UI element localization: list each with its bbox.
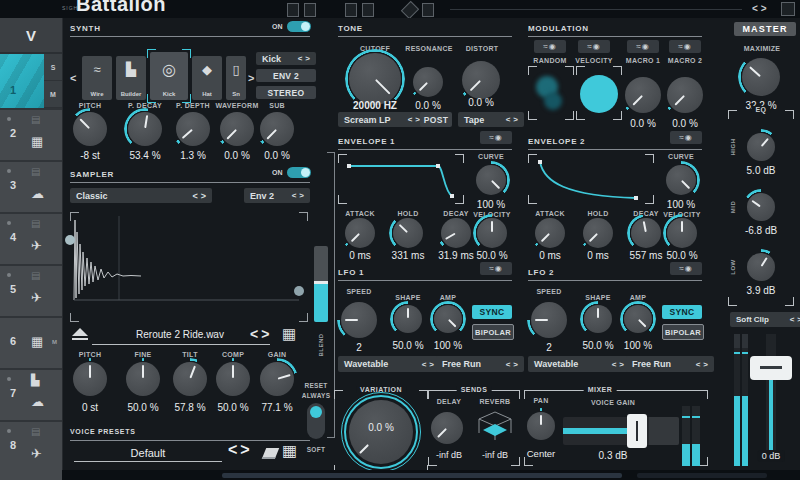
synth-pitch-knob[interactable] (73, 112, 107, 146)
synth-on-toggle[interactable]: ON (272, 21, 311, 32)
sampler-env-select[interactable]: Env 2 (244, 188, 310, 203)
sidebar-header[interactable]: V (0, 18, 62, 54)
env1-velocity-knob[interactable] (477, 218, 507, 248)
voice-slot-2[interactable]: 2 ▤ ▦ (0, 110, 62, 162)
voice-slot-6[interactable]: 6 ▦ M (0, 318, 62, 370)
post-button[interactable]: POST (420, 112, 452, 127)
env2-hold-knob[interactable] (583, 218, 613, 248)
toolbar-icon[interactable] (304, 3, 316, 17)
lfo1-bipolar-button[interactable]: BIPOLAR (472, 324, 514, 340)
engine-next-icon[interactable]: > (248, 72, 254, 84)
eq-low-knob[interactable] (747, 253, 775, 281)
preset-browser-icon[interactable]: ▦ (282, 441, 297, 460)
synth-preset-select[interactable]: Kick (256, 52, 316, 65)
mod-sources-button[interactable]: ≈◉ (480, 262, 512, 275)
lfo2-amp-knob[interactable] (624, 305, 652, 333)
env1-curve-knob[interactable] (476, 165, 506, 195)
solo-button[interactable]: S (44, 54, 62, 81)
env1-decay-knob[interactable] (441, 218, 471, 248)
engine-tile-wire[interactable]: ≈ Wire (82, 56, 112, 100)
mod-sources-button[interactable]: ≈◉ (534, 40, 566, 53)
toolbar-icon[interactable] (362, 3, 374, 17)
macro2-knob[interactable] (667, 77, 703, 113)
eq-high-knob[interactable] (747, 133, 775, 161)
voice-slot-5[interactable]: 5 ▤ ✈ (0, 266, 62, 318)
master-fader-track[interactable] (766, 334, 776, 458)
lfo2-run-select[interactable]: Free Run (626, 356, 714, 372)
lfo1-speed-knob[interactable] (341, 302, 377, 338)
toggle-pill[interactable] (287, 21, 311, 32)
toggle-pill[interactable] (287, 167, 311, 178)
synth-waveform-knob[interactable] (220, 112, 254, 146)
mod-sources-button[interactable]: ≈◉ (578, 40, 610, 53)
engine-tile-builder[interactable]: ▙ Builder (116, 56, 146, 100)
delay-send-knob[interactable] (431, 412, 463, 444)
sampler-gain-knob[interactable] (260, 362, 294, 396)
envelope2-graph[interactable] (536, 156, 648, 202)
voice-slot-8[interactable]: 8 ▤ ✈ (0, 422, 62, 480)
synth-pdepth-knob[interactable] (176, 112, 210, 146)
slider-handle[interactable] (627, 414, 647, 448)
env2-velocity-knob[interactable] (667, 218, 697, 248)
sampler-comp-knob[interactable] (216, 362, 250, 396)
lfo1-wave-select[interactable]: Wavetable (338, 356, 440, 372)
engine-tile-kick-selected[interactable]: ◎ Kick (150, 52, 188, 100)
env2-attack-knob[interactable] (535, 218, 565, 248)
blend-handle[interactable] (314, 281, 328, 284)
lfo2-wave-select[interactable]: Wavetable (528, 356, 630, 372)
lfo2-bipolar-button[interactable]: BIPOLAR (662, 324, 704, 340)
engine-prev-icon[interactable]: < (70, 72, 76, 84)
mute-button[interactable]: M (44, 81, 62, 108)
sample-prev-next-icon[interactable] (250, 326, 269, 342)
env1-hold-knob[interactable] (393, 218, 423, 248)
velocity-visual[interactable] (580, 75, 618, 113)
sample-browser-icon[interactable]: ▦ (282, 325, 296, 343)
voice-slot-7[interactable]: 7 ▙ ☁ (0, 370, 62, 422)
voice-slot-3[interactable]: 3 ▤ ☁ (0, 162, 62, 214)
pan-knob[interactable] (527, 412, 555, 440)
engine-tile-hat[interactable]: ◆ Hat (192, 56, 222, 100)
load-sample-icon[interactable] (72, 328, 88, 340)
mod-sources-button[interactable]: ≈◉ (627, 40, 659, 53)
sample-start-handle[interactable] (65, 235, 75, 245)
clear-preset-icon[interactable] (262, 448, 279, 459)
lfo1-run-select[interactable]: Free Run (436, 356, 524, 372)
variation-knob[interactable]: 0.0 % (341, 392, 421, 472)
eq-mid-knob[interactable] (747, 193, 775, 221)
mod-sources-button[interactable]: ≈◉ (480, 131, 512, 144)
cutoff-knob[interactable] (349, 53, 401, 105)
sampler-tilt-knob[interactable] (173, 362, 207, 396)
soft-clip-select[interactable]: Soft Clip (730, 312, 800, 327)
lfo1-sync-button[interactable]: SYNC (472, 305, 512, 319)
toolbar-icon[interactable] (345, 3, 357, 17)
header-prev-next-icon[interactable] (752, 3, 767, 14)
lfo1-shape-knob[interactable] (394, 305, 422, 333)
env2-curve-knob[interactable] (666, 165, 696, 195)
master-button[interactable]: MASTER (734, 22, 796, 36)
voice-preset-name[interactable]: Default (131, 447, 166, 459)
lfo2-speed-knob[interactable] (531, 302, 567, 338)
resonance-knob[interactable] (413, 67, 443, 97)
voice-slot-4[interactable]: 4 ▤ ✈ (0, 214, 62, 266)
toolbar-icon[interactable] (781, 2, 795, 16)
sample-end-handle[interactable] (294, 286, 304, 296)
mod-sources-button[interactable]: ≈◉ (670, 262, 702, 275)
lfo2-shape-knob[interactable] (584, 305, 612, 333)
toolbar-icon[interactable] (401, 1, 419, 18)
mute-badge[interactable]: M (52, 339, 57, 345)
toolbar-icon[interactable] (287, 3, 299, 17)
blend-track[interactable] (314, 246, 328, 322)
synth-sub-knob[interactable] (260, 112, 294, 146)
sampler-mode-select[interactable]: Classic (70, 188, 212, 203)
engine-tile-snare[interactable]: ▯ Sn (226, 56, 246, 100)
lfo2-sync-button[interactable]: SYNC (662, 305, 702, 319)
filter-type-select[interactable]: Scream LP (338, 112, 426, 127)
sampler-fine-knob[interactable] (126, 362, 160, 396)
toolbar-icon[interactable] (422, 3, 434, 17)
reverb-send-icon[interactable] (475, 410, 515, 444)
env1-attack-knob[interactable] (345, 218, 375, 248)
lfo1-amp-knob[interactable] (434, 305, 462, 333)
mod-sources-button[interactable]: ≈◉ (669, 40, 701, 53)
voice-slot-1[interactable]: 1 S M (0, 54, 62, 110)
reset-mode-toggle[interactable] (307, 403, 325, 439)
